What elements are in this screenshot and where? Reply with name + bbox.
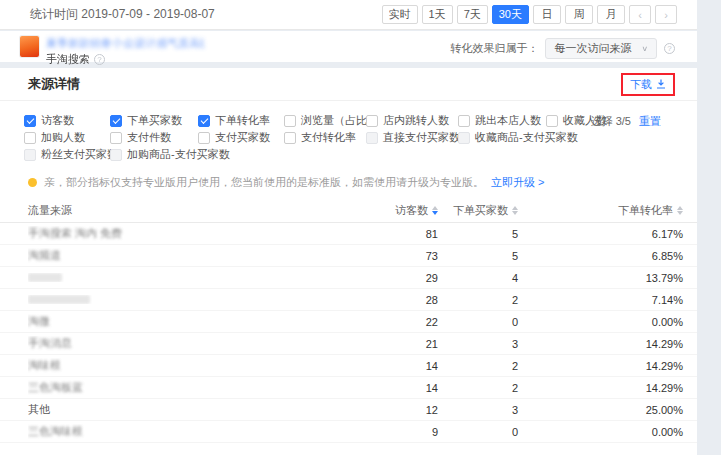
panel-header: 来源详情 下载 xyxy=(0,68,697,101)
checkbox-下单买家数[interactable] xyxy=(110,115,122,127)
table-row: 29413.79% xyxy=(0,267,697,289)
metric-label: 直接支付买家数 xyxy=(383,130,460,145)
next-period-button[interactable]: › xyxy=(655,5,677,24)
panel-title: 来源详情 xyxy=(28,75,80,93)
visitors-value: 28 xyxy=(380,294,438,306)
source-name-text: 三色淘味根 xyxy=(28,425,83,437)
metric-跳出本店人数[interactable]: 跳出本店人数 xyxy=(458,113,546,128)
source-name-text: 手淘搜索 淘内 免费 xyxy=(28,227,122,239)
attribution-dropdown[interactable]: 每一次访问来源 ∨ xyxy=(545,38,657,59)
checkbox-支付买家数[interactable] xyxy=(198,132,210,144)
checkbox-支付转化率[interactable] xyxy=(284,132,296,144)
order-buyers-value: 3 xyxy=(438,338,518,350)
order-buyers-value: 5 xyxy=(438,250,518,262)
conversion-value: 6.85% xyxy=(518,250,683,262)
table-row: 手淘消息21314.29% xyxy=(0,333,697,355)
attribution-help-icon[interactable]: ? xyxy=(664,43,675,54)
metric-浏览量（占比）[interactable]: 浏览量（占比） xyxy=(284,113,366,128)
range-button-30天[interactable]: 30天 xyxy=(492,5,529,24)
order-buyers-value: 2 xyxy=(438,382,518,394)
reset-button[interactable]: 重置 xyxy=(639,114,661,129)
calendar-mode-周[interactable]: 周 xyxy=(565,5,593,24)
col-header-order-buyers: 下单买家数 xyxy=(453,203,508,218)
metric-label: 加购人数 xyxy=(41,130,85,145)
col-header-source: 流量来源 xyxy=(28,203,380,218)
product-title-link[interactable]: 夏季新款轻奢小众设计感气质高级冷淡风项链女2 xyxy=(46,36,204,51)
order-buyers-value: 3 xyxy=(438,404,518,416)
table-header: 流量来源 访客数 下单买家数 下单转化率 xyxy=(0,199,697,223)
metric-直接支付买家数[interactable]: 直接支付买家数 xyxy=(366,130,458,145)
calendar-mode-日[interactable]: 日 xyxy=(533,5,561,24)
prev-period-button[interactable]: ‹ xyxy=(629,5,651,24)
sort-conversion-icon[interactable] xyxy=(677,206,683,215)
metric-收藏商品-支付买家数[interactable]: 收藏商品-支付买家数 xyxy=(458,130,546,145)
checkbox-加购人数[interactable] xyxy=(24,132,36,144)
download-icon xyxy=(656,79,666,89)
table-row: 三色淘味根900.00% xyxy=(0,421,697,443)
help-icon[interactable]: ? xyxy=(94,54,105,65)
source-name-text: 淘频道 xyxy=(28,249,61,261)
metric-店内跳转人数[interactable]: 店内跳转人数 xyxy=(366,113,458,128)
checkbox-收藏商品-支付买家数 xyxy=(458,132,470,144)
range-button-7天[interactable]: 7天 xyxy=(457,5,488,24)
checkbox-浏览量（占比）[interactable] xyxy=(284,115,296,127)
order-buyers-value: 2 xyxy=(438,360,518,372)
visitors-value: 81 xyxy=(380,228,438,240)
source-name: 淘频道 xyxy=(28,248,380,263)
metric-粉丝支付买家数[interactable]: 粉丝支付买家数 xyxy=(24,147,110,162)
metric-加购商品-支付买家数[interactable]: 加购商品-支付买家数 xyxy=(110,147,198,162)
metric-加购人数[interactable]: 加购人数 xyxy=(24,130,110,145)
table-row: 三色淘板蓝14214.29% xyxy=(0,377,697,399)
source-table: 流量来源 访客数 下单买家数 下单转化率 手淘搜索 淘内 免费8156.17 xyxy=(0,199,697,443)
visitors-value: 21 xyxy=(380,338,438,350)
checkbox-店内跳转人数[interactable] xyxy=(366,115,378,127)
source-name-text: 其他 xyxy=(28,403,50,415)
calendar-mode-月[interactable]: 月 xyxy=(597,5,625,24)
metric-label: 支付件数 xyxy=(127,130,171,145)
metric-row: 加购人数支付件数支付买家数支付转化率直接支付买家数收藏商品-支付买家数 xyxy=(24,129,673,146)
metric-支付买家数[interactable]: 支付买家数 xyxy=(198,130,284,145)
masked-source-name xyxy=(28,295,90,304)
source-name: 淘味根 xyxy=(28,358,380,373)
metric-下单买家数[interactable]: 下单买家数 xyxy=(110,113,198,128)
table-row: 淘微2200.00% xyxy=(0,311,697,333)
source-detail-panel: 来源详情 下载 访客数下单买家数下单转化率浏览量（占比）店内跳转人数跳出本店人数… xyxy=(0,68,697,455)
selection-info: 选择 3/5 重置 xyxy=(591,114,661,129)
selection-count: 选择 3/5 xyxy=(591,114,631,129)
product-image xyxy=(20,36,39,57)
download-button[interactable]: 下载 xyxy=(621,73,675,96)
metric-访客数[interactable]: 访客数 xyxy=(24,113,110,128)
checkbox-加购商品-支付买家数 xyxy=(110,149,122,161)
range-button-实时[interactable]: 实时 xyxy=(382,5,418,24)
upgrade-notice: 亲，部分指标仅支持专业版用户使用，您当前使用的是标准版，如需使用请升级为专业版。… xyxy=(28,174,697,190)
checkbox-访客数[interactable] xyxy=(24,115,36,127)
upgrade-link[interactable]: 立即升级 > xyxy=(491,175,544,190)
visitors-value: 22 xyxy=(380,316,438,328)
source-name-text: 三色淘板蓝 xyxy=(28,381,83,393)
metric-selector: 访客数下单买家数下单转化率浏览量（占比）店内跳转人数跳出本店人数收藏人数加购人数… xyxy=(0,101,697,169)
product-summary: 夏季新款轻奢小众设计感气质高级冷淡风项链女2 手淘搜索 ? xyxy=(20,36,204,67)
checkbox-支付件数[interactable] xyxy=(110,132,122,144)
metric-支付件数[interactable]: 支付件数 xyxy=(110,130,198,145)
metric-支付转化率[interactable]: 支付转化率 xyxy=(284,130,366,145)
range-button-1天[interactable]: 1天 xyxy=(422,5,453,24)
checkbox-下单转化率[interactable] xyxy=(198,115,210,127)
attribution-label: 转化效果归属于： xyxy=(450,41,538,56)
chevron-down-icon: ∨ xyxy=(641,45,648,53)
metric-label: 粉丝支付买家数 xyxy=(41,147,118,162)
checkbox-直接支付买家数 xyxy=(366,132,378,144)
metric-row: 访客数下单买家数下单转化率浏览量（占比）店内跳转人数跳出本店人数收藏人数 xyxy=(24,112,673,129)
visitors-value: 9 xyxy=(380,426,438,438)
checkbox-收藏人数[interactable] xyxy=(546,115,558,127)
masked-source-name xyxy=(28,273,62,282)
metric-下单转化率[interactable]: 下单转化率 xyxy=(198,113,284,128)
source-tag: 手淘搜索 ? xyxy=(46,52,204,67)
visitors-value: 73 xyxy=(380,250,438,262)
metric-label: 支付买家数 xyxy=(215,130,270,145)
visitors-value: 14 xyxy=(380,360,438,372)
metric-label: 支付转化率 xyxy=(301,130,356,145)
conversion-value: 14.29% xyxy=(518,338,683,350)
checkbox-跳出本店人数[interactable] xyxy=(458,115,470,127)
order-buyers-value: 0 xyxy=(438,426,518,438)
source-name: 手淘搜索 淘内 免费 xyxy=(28,226,380,241)
